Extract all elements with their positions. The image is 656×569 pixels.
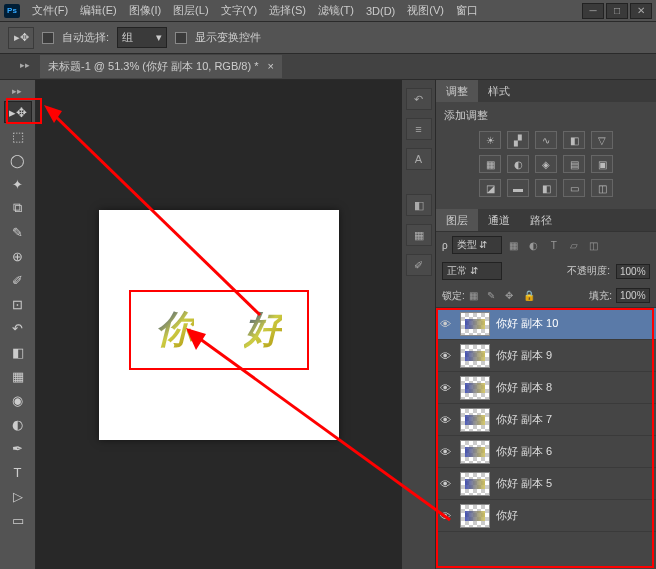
- menu-image[interactable]: 图像(I): [123, 3, 167, 18]
- menu-view[interactable]: 视图(V): [401, 3, 450, 18]
- layer-name[interactable]: 你好 副本 10: [496, 316, 558, 331]
- menu-filter[interactable]: 滤镜(T): [312, 3, 360, 18]
- layer-row[interactable]: 👁 你好 副本 7: [436, 404, 656, 436]
- layer-row[interactable]: 👁 你好: [436, 500, 656, 532]
- menu-layer[interactable]: 图层(L): [167, 3, 214, 18]
- photo-filter-icon[interactable]: ◈: [535, 155, 557, 173]
- layer-thumbnail[interactable]: [460, 312, 490, 336]
- layer-thumbnail[interactable]: [460, 472, 490, 496]
- dock-char-icon[interactable]: A: [406, 148, 432, 170]
- eraser-tool[interactable]: ◧: [4, 341, 32, 363]
- opacity-input[interactable]: 100%: [616, 264, 650, 279]
- curves-icon[interactable]: ∿: [535, 131, 557, 149]
- visibility-toggle[interactable]: 👁: [440, 478, 454, 490]
- layer-row[interactable]: 👁 你好 副本 9: [436, 340, 656, 372]
- layer-thumbnail[interactable]: [460, 376, 490, 400]
- visibility-toggle[interactable]: 👁: [440, 318, 454, 330]
- visibility-toggle[interactable]: 👁: [440, 446, 454, 458]
- path-tool[interactable]: ▷: [4, 485, 32, 507]
- lock-pixels-icon[interactable]: ▦: [469, 290, 483, 302]
- blend-mode-dropdown[interactable]: 正常 ⇵: [442, 262, 502, 280]
- layer-name[interactable]: 你好 副本 9: [496, 348, 552, 363]
- auto-select-dropdown[interactable]: 组▾: [117, 27, 167, 48]
- close-button[interactable]: ✕: [630, 3, 652, 19]
- layer-thumbnail[interactable]: [460, 408, 490, 432]
- collapse-icon[interactable]: ▸▸: [20, 60, 32, 72]
- menu-file[interactable]: 文件(F): [26, 3, 74, 18]
- filter-shape-icon[interactable]: ▱: [566, 238, 582, 252]
- tab-channels[interactable]: 通道: [478, 209, 520, 231]
- selective-icon[interactable]: ◫: [591, 179, 613, 197]
- brightness-icon[interactable]: ☀: [479, 131, 501, 149]
- filter-adjust-icon[interactable]: ◐: [526, 238, 542, 252]
- lookup-icon[interactable]: ▣: [591, 155, 613, 173]
- filter-text-icon[interactable]: T: [546, 238, 562, 252]
- menu-edit[interactable]: 编辑(E): [74, 3, 123, 18]
- menu-select[interactable]: 选择(S): [263, 3, 312, 18]
- crop-tool[interactable]: ⧉: [4, 197, 32, 219]
- eyedropper-tool[interactable]: ✎: [4, 221, 32, 243]
- dock-properties-icon[interactable]: ≡: [406, 118, 432, 140]
- brush-tool[interactable]: ✐: [4, 269, 32, 291]
- pen-tool[interactable]: ✒: [4, 437, 32, 459]
- layer-row[interactable]: 👁 你好 副本 8: [436, 372, 656, 404]
- text-tool[interactable]: T: [4, 461, 32, 483]
- visibility-toggle[interactable]: 👁: [440, 414, 454, 426]
- stamp-tool[interactable]: ⊡: [4, 293, 32, 315]
- menu-type[interactable]: 文字(Y): [215, 3, 264, 18]
- bw-icon[interactable]: ◐: [507, 155, 529, 173]
- exposure-icon[interactable]: ◧: [563, 131, 585, 149]
- lock-position-icon[interactable]: ✎: [487, 290, 501, 302]
- dock-history-icon[interactable]: ↶: [406, 88, 432, 110]
- layer-name[interactable]: 你好 副本 8: [496, 380, 552, 395]
- filter-smart-icon[interactable]: ◫: [586, 238, 602, 252]
- transform-checkbox[interactable]: [175, 32, 187, 44]
- canvas-area[interactable]: 你 好: [36, 80, 402, 569]
- visibility-toggle[interactable]: 👁: [440, 350, 454, 362]
- move-tool[interactable]: ▸✥: [4, 101, 32, 123]
- auto-select-checkbox[interactable]: [42, 32, 54, 44]
- levels-icon[interactable]: ▞: [507, 131, 529, 149]
- layer-name[interactable]: 你好 副本 5: [496, 476, 552, 491]
- tab-adjustments[interactable]: 调整: [436, 80, 478, 102]
- shape-tool[interactable]: ▭: [4, 509, 32, 531]
- blur-tool[interactable]: ◉: [4, 389, 32, 411]
- layer-thumbnail[interactable]: [460, 440, 490, 464]
- history-brush-tool[interactable]: ↶: [4, 317, 32, 339]
- visibility-toggle[interactable]: 👁: [440, 510, 454, 522]
- dodge-tool[interactable]: ◐: [4, 413, 32, 435]
- gradient-tool[interactable]: ▦: [4, 365, 32, 387]
- lasso-tool[interactable]: ◯: [4, 149, 32, 171]
- menu-window[interactable]: 窗口: [450, 3, 484, 18]
- marquee-tool[interactable]: ⬚: [4, 125, 32, 147]
- tab-paths[interactable]: 路径: [520, 209, 562, 231]
- vibrance-icon[interactable]: ▽: [591, 131, 613, 149]
- layer-name[interactable]: 你好: [496, 508, 518, 523]
- healing-tool[interactable]: ⊕: [4, 245, 32, 267]
- posterize-icon[interactable]: ▬: [507, 179, 529, 197]
- dock-brush-icon[interactable]: ✐: [406, 254, 432, 276]
- canvas[interactable]: 你 好: [99, 210, 339, 440]
- layer-row[interactable]: 👁 你好 副本 6: [436, 436, 656, 468]
- hue-icon[interactable]: ▦: [479, 155, 501, 173]
- maximize-button[interactable]: □: [606, 3, 628, 19]
- invert-icon[interactable]: ◪: [479, 179, 501, 197]
- threshold-icon[interactable]: ◧: [535, 179, 557, 197]
- layer-name[interactable]: 你好 副本 7: [496, 412, 552, 427]
- menu-3d[interactable]: 3D(D): [360, 5, 401, 17]
- tab-styles[interactable]: 样式: [478, 80, 520, 102]
- dock-color-icon[interactable]: ◧: [406, 194, 432, 216]
- toolbox-collapse[interactable]: ▸▸: [12, 86, 24, 98]
- filter-type-dropdown[interactable]: 类型 ⇵: [452, 236, 502, 254]
- gradient-map-icon[interactable]: ▭: [563, 179, 585, 197]
- layer-name[interactable]: 你好 副本 6: [496, 444, 552, 459]
- layer-row[interactable]: 👁 你好 副本 5: [436, 468, 656, 500]
- tab-layers[interactable]: 图层: [436, 209, 478, 231]
- minimize-button[interactable]: ─: [582, 3, 604, 19]
- lock-all-icon[interactable]: 🔒: [523, 290, 537, 302]
- layer-thumbnail[interactable]: [460, 504, 490, 528]
- mixer-icon[interactable]: ▤: [563, 155, 585, 173]
- tab-close-icon[interactable]: ×: [268, 60, 274, 72]
- wand-tool[interactable]: ✦: [4, 173, 32, 195]
- document-tab[interactable]: 未标题-1 @ 51.3% (你好 副本 10, RGB/8) * ×: [40, 55, 282, 78]
